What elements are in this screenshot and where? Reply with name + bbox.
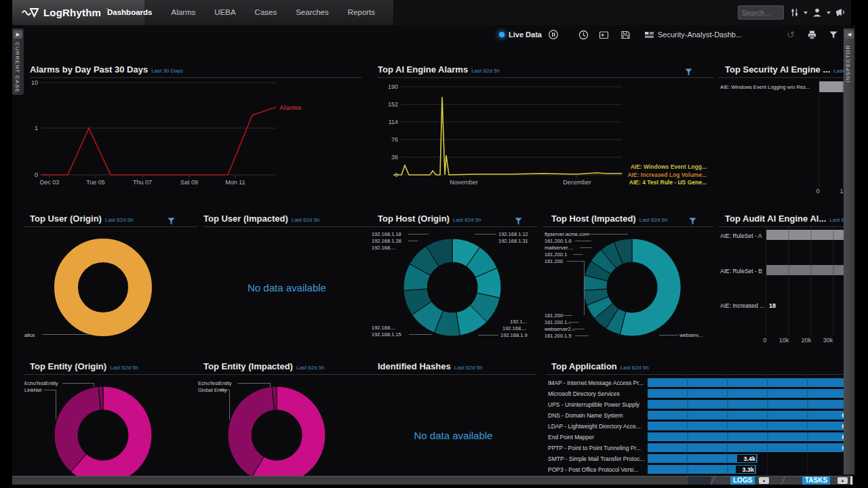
nav-tab-cases[interactable]: Cases bbox=[245, 0, 287, 25]
nav-tab-ueba[interactable]: UEBA bbox=[205, 0, 245, 25]
live-data-toggle[interactable]: Live Data bbox=[499, 25, 542, 44]
panel-title: Top Security AI Engine ... bbox=[725, 64, 830, 75]
svg-text:3.3k: 3.3k bbox=[742, 466, 755, 473]
user-icon[interactable] bbox=[812, 7, 823, 18]
undo-button[interactable]: ↺ bbox=[787, 25, 795, 44]
panel-title: Top AI Engine Alarms bbox=[378, 64, 468, 75]
panel-title: Top Entity (Origin) bbox=[30, 361, 106, 371]
svg-text:192.168.1.12: 192.168.1.12 bbox=[498, 231, 528, 237]
logs-drawer-tab[interactable]: LOGS bbox=[730, 476, 755, 485]
add-window-icon bbox=[599, 30, 609, 40]
svg-text:76: 76 bbox=[391, 136, 398, 143]
panel-subtitle: Last 62d 5h bbox=[110, 365, 138, 371]
svg-text:alice: alice bbox=[24, 332, 35, 338]
svg-text:152: 152 bbox=[388, 101, 398, 108]
svg-text:LDAP - Lightweight Directory A: LDAP - Lightweight Directory Acce... bbox=[548, 423, 641, 430]
panel-top-host-origin: Top Host (Origin)Last 62d 5h 192.168.1.1… bbox=[370, 211, 537, 344]
inspector-label: INSPECTOR bbox=[845, 45, 851, 83]
panel-subtitle: Last 30 Days bbox=[151, 68, 183, 74]
svg-text:November: November bbox=[450, 179, 478, 186]
svg-text:AIE: Windows Event Logg...: AIE: Windows Event Logg... bbox=[631, 163, 707, 170]
time-range-button[interactable] bbox=[578, 25, 589, 44]
svg-text:Tue 05: Tue 05 bbox=[86, 179, 105, 186]
svg-text:Global Entity: Global Entity bbox=[198, 387, 227, 393]
panel-subtitle: Last 62d 5h bbox=[639, 217, 668, 223]
logs-expand-button[interactable]: ▲ bbox=[759, 477, 769, 484]
live-data-indicator-icon bbox=[499, 32, 505, 37]
svg-text:192.168.1.31: 192.168.1.31 bbox=[498, 238, 528, 244]
logrhythm-logo-icon bbox=[22, 7, 39, 18]
panel-subtitle: Last 62d 5h bbox=[454, 365, 483, 371]
svg-text:EchoTestEntity: EchoTestEntity bbox=[24, 380, 58, 386]
pause-button[interactable] bbox=[548, 25, 559, 44]
svg-text:192.168....: 192.168.... bbox=[502, 325, 526, 331]
chart-canvas: AIE: Windows Event Logging w/o Res...01 bbox=[719, 62, 849, 201]
svg-text:EchoTestEntity: EchoTestEntity bbox=[198, 380, 232, 386]
panel-filter-icon[interactable] bbox=[688, 216, 697, 228]
dashboard-selector[interactable] bbox=[644, 25, 654, 44]
panel-top-entity-origin: Top Entity (Origin)Last 62d 5h EchoTestE… bbox=[23, 359, 198, 476]
filter-icon bbox=[829, 30, 838, 39]
svg-text:1: 1 bbox=[840, 188, 843, 195]
nav-tab-dashboards[interactable]: Dashboards bbox=[98, 0, 161, 25]
chevron-down-icon[interactable] bbox=[804, 12, 808, 14]
print-button[interactable] bbox=[807, 25, 817, 44]
save-icon bbox=[620, 30, 631, 40]
search-input[interactable] bbox=[738, 9, 785, 17]
app-logo: LogRhythm ™ bbox=[22, 0, 108, 25]
megaphone-icon[interactable] bbox=[835, 7, 846, 18]
current-case-tab[interactable]: ▶ CURRENT CASE bbox=[12, 28, 24, 95]
panel-title: Alarms by Day Past 30 Days bbox=[30, 64, 148, 75]
panel-top-entity-impacted: Top Entity (Impacted)Last 62d 5h EchoTes… bbox=[197, 359, 370, 476]
undo-icon: ↺ bbox=[787, 29, 795, 40]
search-box[interactable] bbox=[738, 5, 784, 20]
svg-text:192.168.1.9: 192.168.1.9 bbox=[500, 332, 528, 338]
ai-engine-alarms-chart: 19015211476380NovemberDecemberAIE: Windo… bbox=[378, 62, 713, 201]
global-filter-button[interactable] bbox=[829, 25, 838, 44]
svg-text:AIE: 4 Test Rule - US Gene...: AIE: 4 Test Rule - US Gene... bbox=[629, 179, 707, 186]
top-user-impacted-chart: No data available bbox=[203, 211, 370, 344]
panel-filter-icon[interactable] bbox=[514, 216, 523, 228]
panel-subtitle: Last 62d 5h bbox=[105, 217, 134, 223]
top-entity-origin-chart: EchoTestEntityLinkNet bbox=[23, 359, 198, 476]
svg-text:192.168.1.18: 192.168.1.18 bbox=[372, 231, 401, 237]
nav-tab-reports[interactable]: Reports bbox=[338, 0, 384, 25]
svg-text:161.200.1...: 161.200.1... bbox=[545, 319, 572, 325]
svg-text:161.200.1: 161.200.1 bbox=[545, 251, 567, 258]
add-widget-button[interactable] bbox=[599, 25, 609, 44]
nav-tab-alarms[interactable]: Alarms bbox=[161, 0, 205, 25]
panel-subtitle: Last 62d 5h bbox=[453, 217, 481, 223]
dashboard-name[interactable]: Security-Analyst-Dashb... bbox=[658, 25, 742, 44]
expand-left-icon[interactable]: ◀ bbox=[845, 30, 854, 39]
svg-text:192.1...: 192.1... bbox=[510, 319, 527, 325]
chevron-down-icon[interactable] bbox=[827, 12, 831, 14]
dock-end-cap bbox=[850, 476, 852, 485]
top-audit-ai-engine-chart: AIE: RuleSet - AAIE: RuleSet - BAIE: Inc… bbox=[719, 211, 849, 351]
dock-notification-zone bbox=[688, 476, 711, 485]
inspector-tab[interactable]: ◀ INSPECTOR bbox=[844, 28, 854, 474]
alarms-by-day-chart: 1010Dec 03Tue 05Thu 07Sat 09Mon 11Alarms bbox=[30, 62, 362, 201]
svg-text:192.168....: 192.168.... bbox=[372, 245, 395, 251]
tasks-expand-button[interactable]: ▲ bbox=[837, 477, 848, 484]
svg-text:Microsoft Directory Services: Microsoft Directory Services bbox=[548, 390, 620, 397]
svg-text:192.168....: 192.168.... bbox=[372, 325, 395, 331]
panel-subtitle: Last 62d 5h bbox=[620, 365, 649, 371]
panel-title: Top Host (Impacted) bbox=[551, 214, 636, 224]
svg-text:AIE: RuleSet - A: AIE: RuleSet - A bbox=[720, 232, 762, 239]
expand-right-icon[interactable]: ▶ bbox=[14, 30, 22, 39]
panel-title: Top User (Impacted) bbox=[203, 214, 288, 224]
svg-text:161.200: 161.200 bbox=[545, 312, 563, 319]
save-dashboard-button[interactable] bbox=[620, 25, 631, 44]
svg-text:114: 114 bbox=[389, 119, 398, 125]
chart-canvas: EchoTestEntityGlobal Entity bbox=[197, 359, 370, 476]
svg-text:AIE: Windows Event Logging w/o: AIE: Windows Event Logging w/o Res... bbox=[720, 84, 810, 90]
svg-text:38: 38 bbox=[391, 154, 398, 161]
panel-title: Top User (Origin) bbox=[30, 214, 102, 224]
nav-tab-searches[interactable]: Searches bbox=[286, 0, 338, 25]
filter-settings-icon[interactable] bbox=[789, 7, 800, 18]
bottom-dock: LOGS ▲ TASKS ▲ bbox=[12, 476, 853, 485]
panel-filter-icon[interactable] bbox=[167, 216, 176, 228]
panel-filter-icon[interactable] bbox=[684, 67, 693, 79]
svg-text:192.168.1.15: 192.168.1.15 bbox=[372, 331, 401, 338]
tasks-drawer-tab[interactable]: TASKS bbox=[802, 476, 830, 485]
